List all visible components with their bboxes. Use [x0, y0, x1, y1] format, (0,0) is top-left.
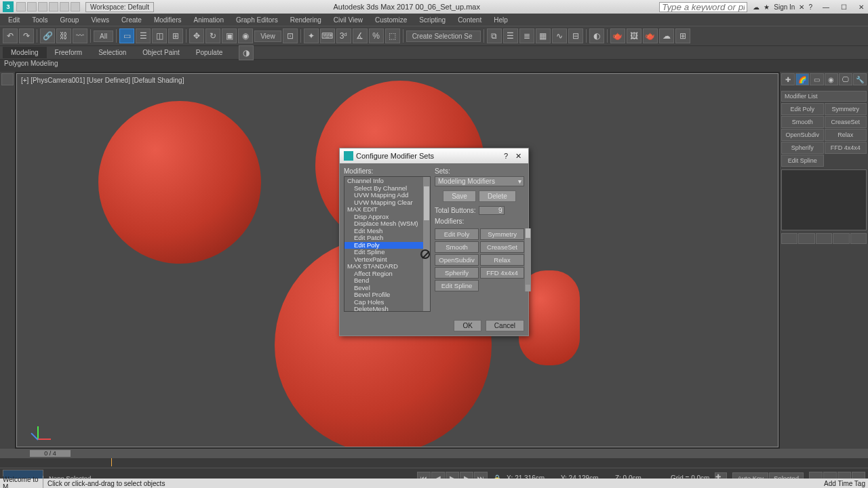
help-icon[interactable]: ? [808, 3, 812, 11]
schematic-icon[interactable]: ⊟ [568, 28, 583, 43]
ribbon-icon[interactable]: ▦ [536, 28, 551, 43]
time-slider[interactable]: 0 / 4 [0, 449, 868, 458]
cp-btn-relax[interactable]: Relax [825, 129, 867, 141]
script-prompt[interactable]: Welcome to M [3, 476, 43, 488]
menu-animation[interactable]: Animation [188, 15, 229, 25]
mbtn-spherify[interactable]: Spherify [435, 267, 479, 279]
stack-pin-icon[interactable] [781, 233, 797, 244]
dialog-help-button[interactable]: ? [500, 152, 512, 160]
menu-help[interactable]: Help [488, 15, 513, 25]
dialog-close-button[interactable]: ✕ [512, 152, 524, 161]
menu-tools[interactable]: Tools [26, 15, 53, 25]
menu-scripting[interactable]: Scripting [414, 15, 451, 25]
move-icon[interactable]: ✥ [189, 28, 204, 43]
cp-btn-spherify[interactable]: Spherify [781, 142, 824, 154]
ok-button[interactable]: OK [454, 320, 481, 331]
list-scrollbar[interactable] [423, 177, 430, 311]
cp-tab-display[interactable]: 🖵 [839, 73, 852, 85]
save-button[interactable]: Save [443, 190, 476, 202]
manipulate-icon[interactable]: ✦ [304, 28, 319, 43]
cp-tab-hierarchy[interactable]: ▭ [810, 73, 823, 85]
menu-create[interactable]: Create [116, 15, 147, 25]
tab-selection[interactable]: Selection [90, 47, 134, 58]
keyboard-icon[interactable]: ⌨ [320, 28, 335, 43]
unlink-icon[interactable]: ⛓ [56, 28, 71, 43]
close-button[interactable]: ✕ [857, 3, 865, 11]
sets-dropdown[interactable]: Modeling Modifiers [435, 176, 524, 186]
align-icon[interactable]: ☰ [503, 28, 518, 43]
spinner-snap-icon[interactable]: ⬚ [385, 28, 400, 43]
total-buttons-spinner[interactable]: 9 [479, 206, 505, 215]
curve-editor-icon[interactable]: ∿ [552, 28, 567, 43]
delete-button[interactable]: Delete [479, 190, 516, 202]
time-slider-knob[interactable]: 0 / 4 [30, 450, 71, 457]
snap-icon[interactable]: 3ᵈ [336, 28, 351, 43]
placement-icon[interactable]: ◉ [238, 28, 253, 43]
bind-icon[interactable]: 〰 [73, 28, 87, 43]
render-setup-icon[interactable]: 🫖 [610, 28, 625, 43]
modifier-list-item[interactable]: Channel Info [344, 178, 430, 185]
star-icon[interactable]: ★ [764, 3, 770, 11]
help-search-input[interactable] [659, 2, 747, 12]
menu-group[interactable]: Group [55, 15, 85, 25]
menu-content[interactable]: Content [452, 15, 487, 25]
cp-tab-create[interactable]: ✚ [781, 73, 795, 85]
cp-btn-creaseset[interactable]: CreaseSet [825, 116, 867, 128]
stack-unique-icon[interactable] [816, 233, 832, 244]
modifier-list-dropdown[interactable]: Modifier List [781, 91, 867, 102]
cp-btn-symmetry[interactable]: Symmetry [825, 103, 867, 115]
track-bar[interactable] [0, 458, 868, 468]
cp-btn-opensubdiv[interactable]: OpenSubdiv [781, 129, 824, 141]
qat-new-icon[interactable] [16, 2, 26, 12]
selection-filter-dropdown[interactable]: All [94, 30, 113, 42]
mbtn-ffd[interactable]: FFD 4x4x4 [480, 267, 524, 279]
modifier-list-item[interactable]: Edit Spline [344, 249, 430, 256]
tab-populate[interactable]: Populate [188, 47, 231, 58]
mbtn-edit-poly[interactable]: Edit Poly [435, 228, 479, 240]
ref-coord-dropdown[interactable]: View [254, 30, 281, 42]
mirror-icon[interactable]: ⧉ [487, 28, 502, 43]
menu-modifiers[interactable]: Modifiers [149, 15, 187, 25]
qat-link-icon[interactable] [71, 2, 80, 12]
addtag-button[interactable]: Add Time Tag [824, 480, 865, 487]
material-icon[interactable]: ◐ [589, 28, 604, 43]
scale-icon[interactable]: ▣ [222, 28, 237, 43]
modifier-list-item[interactable]: DeleteMesh [344, 306, 430, 312]
undo-button[interactable]: ↶ [3, 28, 18, 43]
tab-object-paint[interactable]: Object Paint [134, 47, 187, 58]
exchange-icon[interactable]: ✕ [799, 3, 804, 11]
modifier-list-item[interactable]: MAX STANDARD [344, 263, 430, 270]
menu-customize[interactable]: Customize [370, 15, 412, 25]
modifier-list-item[interactable]: Edit Patch [344, 235, 430, 242]
vp-tool-1[interactable] [1, 73, 14, 85]
stack-remove-icon[interactable] [833, 233, 849, 244]
modifier-list-item[interactable]: Bend [344, 277, 430, 285]
render-prod-icon[interactable]: 🫖 [643, 28, 658, 43]
cp-btn-ffd[interactable]: FFD 4x4x4 [825, 142, 867, 154]
stack-config-icon[interactable] [850, 233, 867, 244]
minimize-button[interactable]: — [822, 3, 830, 11]
cp-btn-edit-poly[interactable]: Edit Poly [781, 103, 824, 115]
qat-undo-icon[interactable] [49, 2, 58, 12]
ribbon-toggle-icon[interactable]: ◑ [239, 45, 254, 60]
qat-save-icon[interactable] [38, 2, 47, 12]
render-online-icon[interactable]: ☁ [659, 28, 674, 43]
cp-tab-utilities[interactable]: 🔧 [853, 73, 867, 85]
modifier-stack[interactable] [781, 169, 867, 230]
cp-tab-motion[interactable]: ◉ [825, 73, 838, 85]
mbtn-edit-spline[interactable]: Edit Spline [435, 280, 479, 291]
cancel-button[interactable]: Cancel [486, 320, 524, 331]
modifier-list-item[interactable]: UVW Mapping Add [344, 192, 430, 199]
pivot-icon[interactable]: ⊡ [283, 28, 298, 43]
named-selection-dropdown[interactable]: Create Selection Se [406, 30, 481, 42]
select-name-icon[interactable]: ☰ [136, 28, 151, 43]
stack-show-icon[interactable] [798, 233, 814, 244]
select-region-icon[interactable]: ◫ [152, 28, 167, 43]
redo-button[interactable]: ↷ [19, 28, 34, 43]
cp-tab-modify[interactable]: 🌈 [795, 73, 809, 85]
cp-btn-edit-spline[interactable]: Edit Spline [781, 155, 824, 167]
mbtn-creaseset[interactable]: CreaseSet [480, 241, 524, 253]
render-frame-icon[interactable]: 🖼 [627, 28, 642, 43]
qat-redo-icon[interactable] [60, 2, 69, 12]
dialog-titlebar[interactable]: Configure Modifier Sets ? ✕ [340, 148, 528, 163]
